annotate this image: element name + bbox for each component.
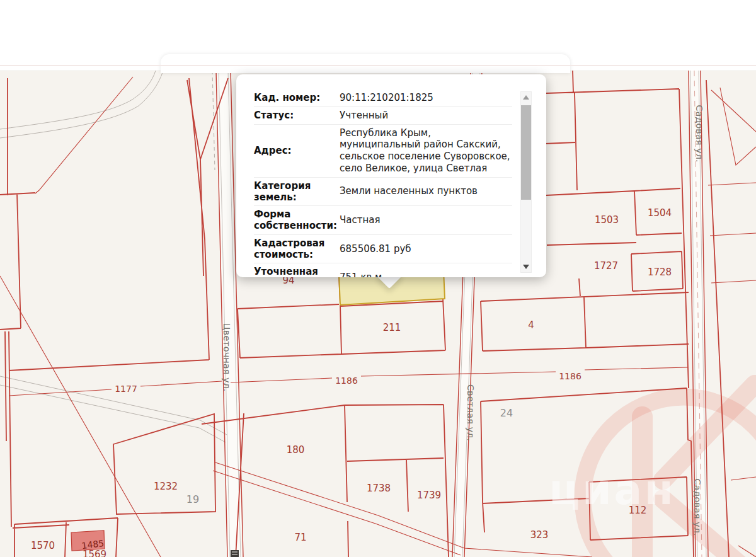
popup-row-value: 685506.81 руб [337,243,512,255]
parcel-info-popup: Кад. номер:90:11:210201:1825Статус:Учтен… [236,74,546,277]
parcel-label-1727: 1727 [594,260,618,272]
popup-row-0: Кад. номер:90:11:210201:1825 [254,89,512,107]
popup-ghost [161,54,570,73]
parcel-label-1738: 1738 [367,483,391,494]
parcel-label-211: 211 [383,322,401,333]
popup-row-3: Категория земель:Земли населенных пункто… [254,178,512,207]
popup-row-value: Земли населенных пунктов [337,185,512,197]
parcel-label-1504: 1504 [648,207,672,219]
popup-row-label: Уточненная площадь: [254,266,337,277]
parcel-label-1728: 1728 [648,267,672,278]
parcel-label-4: 4 [528,319,534,331]
parcel-label-1232: 1232 [154,481,178,492]
scroll-down-arrow-icon[interactable] [523,265,529,269]
popup-row-label: Кадастровая стоимость: [254,238,337,261]
scrollbar-thumb[interactable] [521,105,531,200]
popup-row-value: 90:11:210201:1825 [337,92,512,104]
parcel-label-19: 19 [186,493,199,505]
parcel-label-1739: 1739 [417,490,441,501]
popup-row-label: Форма собственности: [254,209,337,232]
street-marker [231,550,239,557]
parcel-label-112: 112 [629,505,647,516]
popup-row-5: Кадастровая стоимость:685506.81 руб [254,235,512,264]
parcel-label-1503: 1503 [595,214,619,226]
parcel-label-1186: 1186 [335,376,358,386]
popup-row-value: Учтенный [337,110,512,122]
street-label-0: Цветочная ул. [222,323,232,392]
parcel-label-1570: 1570 [31,540,55,551]
popup-row-label: Статус: [254,110,337,121]
parcel-label-24: 24 [500,407,513,419]
parcel-label-180: 180 [287,444,305,456]
popup-row-label: Адрес: [254,145,337,156]
watermark-text: циан [549,466,675,514]
popup-rows: Кад. номер:90:11:210201:1825Статус:Учтен… [236,74,512,277]
popup-row-4: Форма собственности:Частная [254,206,512,235]
street-label-1: Светлая ул. [466,384,476,441]
popup-row-label: Кад. номер: [254,92,337,103]
popup-row-value: 751 кв.м [337,272,512,277]
street-label-2: Садовая ул. [694,105,704,162]
parcel-label-71: 71 [294,532,306,543]
scroll-up-arrow-icon[interactable] [523,95,529,100]
popup-row-2: Адрес:Республика Крым, муниципальный рай… [254,125,512,178]
popup-scrollbar[interactable] [520,91,532,273]
parcel-label-1186: 1186 [559,371,581,381]
parcel-label-323: 323 [530,529,549,541]
popup-body: Кад. номер:90:11:210201:1825Статус:Учтен… [236,74,546,277]
popup-row-1: Статус:Учтенный [254,107,512,125]
parcel-label-1177: 1177 [115,384,137,394]
popup-row-label: Категория земель: [254,180,337,204]
street-label-3: Садовая ул. [692,478,702,536]
top-band [0,0,756,71]
popup-row-value: Частная [337,214,512,226]
popup-row-6: Уточненная площадь:751 кв.м [254,263,512,277]
popup-row-value: Республика Крым, муниципальный район Сак… [337,127,512,175]
